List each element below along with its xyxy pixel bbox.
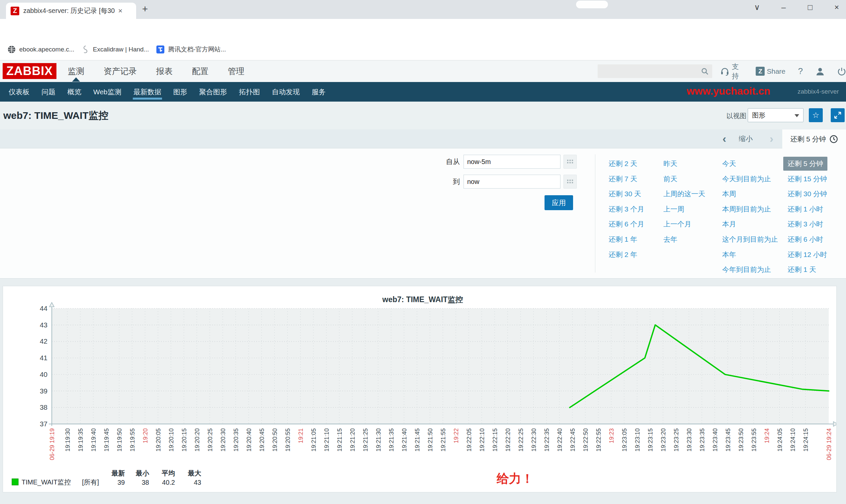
quick-range-link[interactable]: 去年 (663, 232, 677, 246)
legend-stat-value: 39 (118, 479, 125, 486)
main-menu-报表[interactable]: 报表 (155, 61, 174, 82)
quick-range-link[interactable]: 本年 (722, 248, 736, 262)
time-forward-chevron[interactable]: › (770, 132, 773, 145)
x-axis-arrow (833, 422, 836, 426)
quick-range-link[interactable]: 还剩 15 分钟 (788, 172, 827, 186)
active-menu-arrow (72, 77, 80, 82)
time-back-chevron[interactable]: ‹ (722, 132, 726, 145)
quick-range-link[interactable]: 还剩 3 小时 (788, 217, 823, 231)
window-maximize-icon[interactable]: □ (797, 3, 824, 12)
subnav-item-聚合图形[interactable]: 聚合图形 (196, 82, 230, 102)
x-axis-label: 19:23:45 (725, 428, 732, 452)
quick-range-link[interactable]: 还剩 30 分钟 (788, 187, 827, 201)
x-axis-label: 19:21 (298, 428, 304, 443)
quick-range-link[interactable]: 上一个月 (663, 217, 691, 231)
quick-range-link[interactable]: 今天到目前为止 (722, 172, 771, 186)
to-calendar-button[interactable] (563, 175, 577, 188)
view-as-select[interactable]: 图形 (748, 108, 804, 122)
x-axis-label: 19:20 (142, 428, 149, 443)
legend-stat-label: 平均 (161, 469, 175, 477)
tencent-docs-icon (156, 45, 165, 54)
quick-range-link[interactable]: 上一周 (663, 202, 684, 216)
subnav-item-自动发现[interactable]: 自动发现 (269, 82, 303, 102)
logout-button[interactable] (838, 67, 846, 76)
window-close-icon[interactable]: × (824, 3, 846, 12)
tab-close-icon[interactable]: × (118, 7, 123, 15)
global-search-input[interactable] (598, 65, 712, 78)
browser-tab[interactable]: Z zabbix4-server: 历史记录 [每30 × (6, 3, 136, 19)
tab-title: zabbix4-server: 历史记录 [每30 (23, 6, 116, 15)
subnav-item-最新数据[interactable]: 最新数据 (130, 82, 165, 102)
x-axis-label: 19:23:40 (712, 428, 719, 452)
y-axis-label: 44 (40, 304, 48, 312)
zabbix-logo[interactable]: ZABBIX (3, 63, 56, 79)
quick-range-link[interactable]: 还剩 1 天 (788, 263, 816, 276)
quick-range-link[interactable]: 还剩 6 个月 (609, 217, 644, 231)
profile-button[interactable] (815, 67, 825, 76)
subnav-item-服务[interactable]: 服务 (308, 82, 329, 102)
x-axis-label: 19:20:05 (155, 428, 162, 452)
subnav-item-概览[interactable]: 概览 (64, 82, 85, 102)
x-axis-label: 19:20:25 (207, 428, 214, 452)
quick-range-link[interactable]: 上周的这一天 (663, 187, 705, 201)
quick-range-link[interactable]: 还剩 2 天 (609, 157, 637, 170)
excalidraw-icon (82, 45, 90, 54)
subnav-item-拓扑图[interactable]: 拓扑图 (236, 82, 263, 102)
favorite-button[interactable]: ☆ (809, 108, 823, 122)
y-axis-label: 42 (40, 337, 48, 345)
fullscreen-button[interactable] (831, 108, 845, 122)
time-range-tab[interactable]: 还剩 5 分钟 (782, 129, 846, 148)
from-calendar-button[interactable] (563, 155, 577, 169)
legend-stat-label: 最大 (187, 469, 201, 477)
quick-range-link[interactable]: 本周到目前为止 (722, 202, 771, 216)
bookmark-item[interactable]: Excalidraw | Hand... (82, 45, 149, 54)
quick-range-link[interactable]: 今年到目前为止 (722, 263, 771, 276)
zoom-out-button[interactable]: 缩小 (739, 134, 753, 143)
x-axis-label: 19:21:05 (310, 428, 317, 452)
x-axis-label: 19:23 (608, 428, 615, 443)
main-menu-管理[interactable]: 管理 (227, 61, 246, 82)
help-button[interactable]: ? (798, 66, 803, 76)
x-axis-end-label: 06-29 19:24 (826, 428, 832, 460)
sub-navigation: 仪表板问题概览Web监测最新数据图形聚合图形拓扑图自动发现服务 www.yuch… (0, 82, 846, 102)
apply-button[interactable]: 应用 (544, 195, 573, 210)
window-chevron-down-icon[interactable]: ∨ (744, 3, 770, 12)
support-link[interactable]: 支持 (720, 62, 743, 81)
quick-range-link-selected[interactable]: 还剩 5 分钟 (783, 157, 827, 170)
quick-range-link[interactable]: 这个月到目前为止 (722, 232, 778, 246)
quick-range-link[interactable]: 还剩 2 年 (609, 248, 637, 262)
screen: Z zabbix4-server: 历史记录 [每30 × + ∨–□× ← →… (0, 0, 846, 504)
subnav-item-图形[interactable]: 图形 (170, 82, 191, 102)
main-menu-资产记录[interactable]: 资产记录 (102, 61, 138, 82)
x-axis-label: 19:22:30 (530, 428, 537, 452)
bookmark-item[interactable]: 腾讯文档-官方网站... (156, 45, 226, 54)
from-input[interactable] (464, 155, 560, 169)
subnav-item-Web监测[interactable]: Web监测 (90, 82, 125, 102)
y-axis-label: 39 (40, 387, 48, 395)
quick-range-link[interactable]: 还剩 6 小时 (788, 232, 823, 246)
main-menu-监测[interactable]: 监测 (67, 61, 86, 82)
quick-range-link[interactable]: 本周 (722, 187, 736, 201)
to-input[interactable] (464, 175, 560, 188)
main-menu-配置[interactable]: 配置 (191, 61, 210, 82)
quick-range-link[interactable]: 前天 (663, 172, 677, 186)
star-icon: ☆ (812, 111, 820, 120)
quick-range-link[interactable]: 还剩 12 小时 (788, 248, 827, 262)
quick-range-link[interactable]: 还剩 3 个月 (609, 202, 644, 216)
quick-range-link[interactable]: 本月 (722, 217, 736, 231)
quick-range-link[interactable]: 还剩 1 年 (609, 232, 637, 246)
share-link[interactable]: Z Share (756, 67, 785, 76)
subnav-item-仪表板[interactable]: 仪表板 (5, 82, 33, 102)
quick-range-link[interactable]: 还剩 30 天 (609, 187, 641, 201)
quick-range-link[interactable]: 昨天 (663, 157, 677, 170)
quick-range-link[interactable]: 今天 (722, 157, 736, 170)
new-tab-button[interactable]: + (142, 3, 148, 15)
x-axis-label: 19:21:20 (349, 428, 356, 452)
quick-range-link[interactable]: 还剩 1 小时 (788, 202, 823, 216)
y-axis-arrow (50, 303, 54, 307)
window-minimize-icon[interactable]: – (770, 3, 797, 12)
quick-range-link[interactable]: 还剩 7 天 (609, 172, 637, 186)
bookmark-item[interactable]: ebook.apecome.c... (7, 45, 74, 54)
history-graph[interactable]: web7: TIME_WAIT监控444342414039383719:19:3… (3, 286, 836, 493)
subnav-item-问题[interactable]: 问题 (38, 82, 59, 102)
